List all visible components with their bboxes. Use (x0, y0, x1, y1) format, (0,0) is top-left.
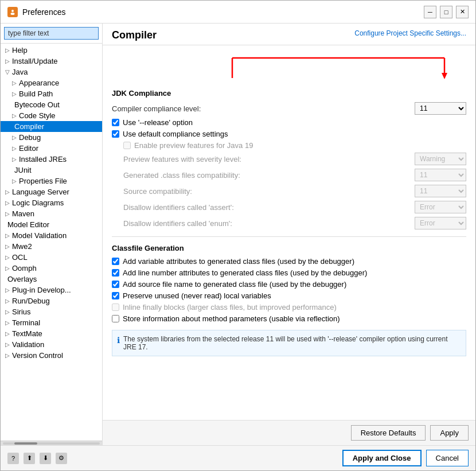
classfile-item-inline-finally: Inline finally blocks (larger class file… (112, 303, 466, 312)
sidebar-item-terminal[interactable]: ▷Terminal (1, 317, 102, 328)
svg-point-1 (11, 10, 14, 12)
svg-point-2 (11, 13, 15, 15)
tree-label: Properties File (19, 177, 67, 185)
sidebar-item-installed-jres[interactable]: ▷Installed JREs (1, 154, 102, 165)
inline-finally-label: Inline finally blocks (larger class file… (123, 303, 337, 312)
assert-label: Disallow identifiers called 'assert': (123, 203, 415, 212)
config-link[interactable]: Configure Project Specific Settings... (354, 29, 466, 37)
sidebar-item-textmate[interactable]: ▷TextMate (1, 328, 102, 339)
restore-defaults-button[interactable]: Restore Defaults (351, 425, 426, 441)
classfile-item-preserve-unused: Preserve unused (never read) local varia… (112, 291, 466, 300)
enum-select[interactable]: IgnoreInfoWarningError (415, 217, 466, 229)
sidebar-item-ocl[interactable]: ▷OCL (1, 252, 102, 263)
scrollbar-thumb (14, 442, 37, 445)
tree-arrow: ▷ (12, 91, 17, 97)
preserve-unused-checkbox[interactable] (112, 292, 119, 299)
tree-label: Terminal (12, 318, 40, 327)
source-compat-select[interactable]: 1.891011121314151617 (415, 185, 466, 197)
footer-icons: ? ⬆ ⬇ ⚙ (7, 453, 67, 464)
inline-finally-checkbox[interactable] (112, 303, 119, 311)
sidebar-scrollbar[interactable] (1, 441, 102, 445)
sidebar-tree: ▷Help▷Install/Update▽Java▷Appearance▷Bui… (1, 44, 102, 441)
tree-label: Java (12, 68, 28, 76)
sidebar-item-plug-in-develop[interactable]: ▷Plug-in Develop... (1, 285, 102, 295)
assert-select[interactable]: IgnoreInfoWarningError (415, 201, 466, 213)
sidebar-item-editor[interactable]: ▷Editor (1, 143, 102, 154)
tree-label: Bytecode Out (14, 100, 60, 109)
tree-arrow: ▷ (5, 330, 10, 337)
use-release-row: Use '--release' option (112, 118, 466, 127)
source-compat-row: Source compatibility: 1.8910111213141516… (123, 185, 466, 197)
sidebar-item-overlays[interactable]: Overlays (1, 274, 102, 285)
tree-arrow: ▽ (5, 69, 10, 75)
sidebar-item-junit[interactable]: JUnit (1, 165, 102, 176)
tree-label: Model Validation (12, 231, 67, 240)
tree-arrow: ▷ (12, 145, 17, 151)
sidebar-item-debug[interactable]: ▷Debug (1, 132, 102, 143)
use-default-label: Use default compliance settings (123, 130, 228, 138)
sidebar-item-bytecode-out[interactable]: Bytecode Out (1, 99, 102, 110)
content-panel: Configure Project Specific Settings... C… (103, 24, 475, 445)
tree-label: Oomph (12, 264, 37, 273)
compliance-select[interactable]: 1.891011121314151617 (415, 102, 466, 115)
sidebar-item-validation[interactable]: ▷Validation (1, 339, 102, 350)
generated-compat-select[interactable]: 1.891011121314151617 (415, 169, 466, 181)
sidebar-item-language-server[interactable]: ▷Language Server (1, 186, 102, 197)
cancel-button[interactable]: Cancel (426, 450, 469, 466)
tree-label: TextMate (12, 329, 42, 338)
use-default-row: Use default compliance settings (112, 130, 466, 138)
sidebar-item-maven[interactable]: ▷Maven (1, 208, 102, 219)
content-body: JDK Compliance Compiler compliance level… (103, 45, 475, 420)
sidebar-item-logic-diagrams[interactable]: ▷Logic Diagrams (1, 197, 102, 208)
sidebar-item-mwe2[interactable]: ▷Mwe2 (1, 241, 102, 252)
apply-close-button[interactable]: Apply and Close (342, 450, 422, 466)
preview-severity-select[interactable]: IgnoreInfoWarningError (415, 153, 466, 165)
sidebar-item-install-update[interactable]: ▷Install/Update (1, 56, 102, 67)
store-method-params-label: Store information about method parameter… (123, 314, 340, 323)
sidebar-item-properties-file[interactable]: ▷Properties File (1, 176, 102, 186)
use-default-checkbox[interactable] (112, 130, 119, 138)
use-release-checkbox[interactable] (112, 119, 119, 126)
close-button[interactable]: ✕ (456, 6, 469, 18)
tree-arrow: ▷ (5, 189, 10, 195)
window-controls: ─ □ ✕ (424, 6, 469, 18)
store-method-params-checkbox[interactable] (112, 315, 119, 322)
sidebar-item-compiler[interactable]: Compiler (1, 121, 102, 132)
tree-arrow: ▷ (5, 58, 10, 64)
search-box (1, 24, 102, 44)
search-input[interactable] (4, 27, 99, 40)
arrow-annotation (112, 52, 466, 87)
sidebar-item-oomph[interactable]: ▷Oomph (1, 263, 102, 274)
sidebar-item-sirius[interactable]: ▷Sirius (1, 306, 102, 317)
settings-icon[interactable]: ⚙ (56, 453, 67, 464)
help-footer-icon[interactable]: ? (7, 453, 19, 464)
minimize-button[interactable]: ─ (424, 6, 436, 18)
tree-label: Compiler (14, 122, 44, 131)
sidebar-item-model-editor[interactable]: Model Editor (1, 219, 102, 230)
tree-label: OCL (12, 253, 28, 262)
maximize-button[interactable]: □ (440, 6, 452, 18)
sidebar-item-code-style[interactable]: ▷Code Style (1, 110, 102, 121)
tree-label: Sirius (12, 307, 31, 316)
import-icon[interactable]: ⬆ (24, 453, 35, 464)
sidebar-item-help[interactable]: ▷Help (1, 45, 102, 56)
sidebar-item-appearance[interactable]: ▷Appearance (1, 77, 102, 88)
export-icon[interactable]: ⬇ (40, 453, 51, 464)
enum-label: Disallow identifiers called 'enum': (123, 219, 415, 228)
tree-arrow: ▷ (5, 243, 10, 250)
arrow-svg (227, 52, 467, 84)
sidebar-item-model-validation[interactable]: ▷Model Validation (1, 230, 102, 241)
tree-arrow: ▷ (5, 47, 10, 53)
svg-marker-6 (442, 73, 447, 79)
add-line-number-checkbox[interactable] (112, 269, 119, 277)
sidebar-item-run-debug[interactable]: ▷Run/Debug (1, 295, 102, 306)
tree-label: Editor (19, 144, 38, 153)
sidebar-item-java[interactable]: ▽Java (1, 67, 102, 77)
sidebar-item-build-path[interactable]: ▷Build Path (1, 88, 102, 99)
add-variable-checkbox[interactable] (112, 258, 119, 265)
sidebar-item-version-control[interactable]: ▷Version Control (1, 350, 102, 361)
title-bar: Preferences ─ □ ✕ (1, 1, 475, 24)
enable-preview-checkbox[interactable] (123, 142, 131, 149)
apply-button[interactable]: Apply (430, 425, 469, 441)
add-source-file-checkbox[interactable] (112, 281, 119, 288)
